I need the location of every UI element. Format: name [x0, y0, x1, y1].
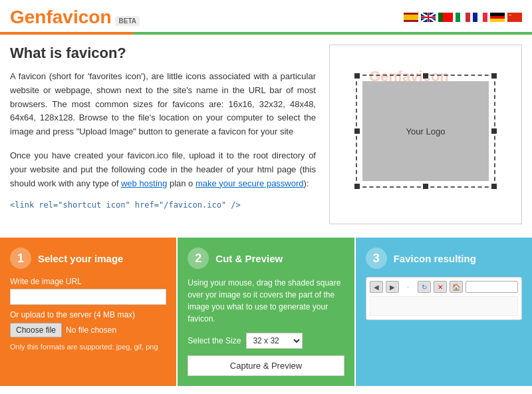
- size-select[interactable]: 16 x 16 32 x 32 48 x 48 64 x 64 128 x 12…: [246, 333, 303, 349]
- capture-preview-button[interactable]: Capture & Preview: [188, 355, 344, 376]
- step-2-header: 2 Cut & Preview: [188, 248, 344, 269]
- description-p2: Once you have created your favicon.ico f…: [10, 149, 316, 190]
- handle-bl[interactable]: [354, 184, 360, 189]
- size-row: Select the Size 16 x 16 32 x 32 48 x 48 …: [188, 333, 344, 349]
- language-flags[interactable]: [404, 13, 522, 22]
- upload-label: Or upload to the server (4 MB max): [10, 310, 166, 319]
- handle-br[interactable]: [491, 184, 497, 189]
- step-2-title: Cut & Preview: [215, 253, 283, 264]
- formats-note: Only this formats are supported: jpeg, g…: [10, 343, 166, 351]
- step-2-number: 2: [188, 248, 209, 269]
- flag-zh-icon[interactable]: [507, 13, 522, 22]
- url-input[interactable]: [10, 289, 166, 305]
- flag-it-icon[interactable]: [456, 13, 470, 22]
- browser-separator: ·: [402, 281, 415, 293]
- handle-lm[interactable]: [354, 128, 360, 134]
- step-1-number: 1: [10, 248, 31, 269]
- flag-en-icon[interactable]: [421, 13, 436, 22]
- header: Genfavicon BETA: [0, 0, 532, 28]
- step-3-number: 3: [366, 248, 387, 269]
- logo-area: Genfavicon BETA: [10, 7, 140, 28]
- green-line: [133, 32, 532, 35]
- browser-forward-button[interactable]: ▶: [386, 281, 399, 293]
- handle-tl[interactable]: [354, 73, 360, 79]
- beta-label: BETA: [115, 16, 139, 26]
- header-divider: [0, 32, 532, 35]
- no-file-label: No file chosen: [66, 325, 116, 335]
- browser-content-area: [370, 296, 518, 316]
- browser-home-button[interactable]: 🏠: [450, 281, 463, 293]
- flag-pt-icon[interactable]: [438, 13, 453, 22]
- preview-box-container: Genfavicon Your Logo: [329, 45, 522, 224]
- description-p1: A favicon (short for 'favorites icon'), …: [10, 70, 316, 139]
- browser-back-button[interactable]: ◀: [370, 281, 383, 293]
- browser-refresh-button[interactable]: ↻: [418, 281, 431, 293]
- step-3-header: 3 Favicon resulting: [366, 248, 522, 269]
- forward-arrow-icon: ▶: [390, 284, 395, 291]
- svg-rect-15: [477, 13, 483, 22]
- step-2-card: 2 Cut & Preview Using your mouse, drag t…: [178, 238, 354, 386]
- svg-rect-1: [404, 15, 418, 20]
- step-1-title: Select your image: [38, 253, 123, 264]
- left-content: What is favicon? A favicon (short for 'f…: [10, 45, 316, 224]
- svg-rect-13: [466, 13, 470, 22]
- svg-rect-20: [507, 13, 522, 22]
- browser-mockup: ◀ ▶ · ↻ ✕ 🏠: [366, 277, 522, 320]
- file-upload-row: Choose file No file chosen: [10, 323, 166, 337]
- svg-rect-12: [460, 13, 466, 22]
- preview-box: Genfavicon Your Logo: [329, 45, 522, 224]
- step-2-description: Using your mouse, drag the shaded square…: [188, 277, 344, 325]
- orange-line: [0, 32, 133, 35]
- svg-rect-14: [473, 13, 477, 22]
- logo: Genfavicon: [10, 7, 111, 28]
- svg-rect-17: [490, 13, 505, 16]
- handle-tm[interactable]: [423, 73, 428, 79]
- browser-toolbar: ◀ ▶ · ↻ ✕ 🏠: [370, 281, 518, 293]
- handle-bm[interactable]: [423, 184, 428, 189]
- flag-es-icon[interactable]: [404, 13, 418, 22]
- flag-de-icon[interactable]: [490, 13, 505, 22]
- web-hosting-link[interactable]: web hosting: [121, 178, 167, 188]
- url-label: Write de image URL: [10, 277, 166, 286]
- step-3-title: Favicon resulting: [394, 253, 476, 264]
- main-content: What is favicon? A favicon (short for 'f…: [0, 35, 532, 234]
- password-link[interactable]: make your secure password: [196, 178, 304, 188]
- svg-rect-11: [456, 13, 460, 22]
- choose-file-button[interactable]: Choose file: [10, 323, 62, 337]
- handle-tr[interactable]: [491, 73, 497, 79]
- svg-rect-10: [443, 13, 453, 22]
- browser-stop-button[interactable]: ✕: [434, 281, 447, 293]
- page-title: What is favicon?: [10, 45, 316, 62]
- handle-rm[interactable]: [491, 128, 497, 134]
- step-1-card: 1 Select your image Write de image URL O…: [0, 238, 176, 386]
- code-snippet: <link rel="shortcut icon" href="/favicon…: [10, 200, 316, 210]
- flag-fr-icon[interactable]: [473, 13, 487, 22]
- svg-rect-19: [490, 19, 505, 22]
- selection-handles[interactable]: [356, 75, 495, 188]
- browser-url-bar[interactable]: [466, 281, 518, 293]
- step-3-card: 3 Favicon resulting ◀ ▶ · ↻ ✕ 🏠: [356, 238, 532, 386]
- preview-inner: Genfavicon Your Logo: [349, 61, 502, 208]
- size-label: Select the Size: [188, 336, 241, 345]
- svg-rect-18: [490, 16, 505, 19]
- svg-rect-16: [483, 13, 487, 22]
- step-1-header: 1 Select your image: [10, 248, 166, 269]
- steps-section: 1 Select your image Write de image URL O…: [0, 238, 532, 386]
- back-arrow-icon: ◀: [374, 284, 379, 291]
